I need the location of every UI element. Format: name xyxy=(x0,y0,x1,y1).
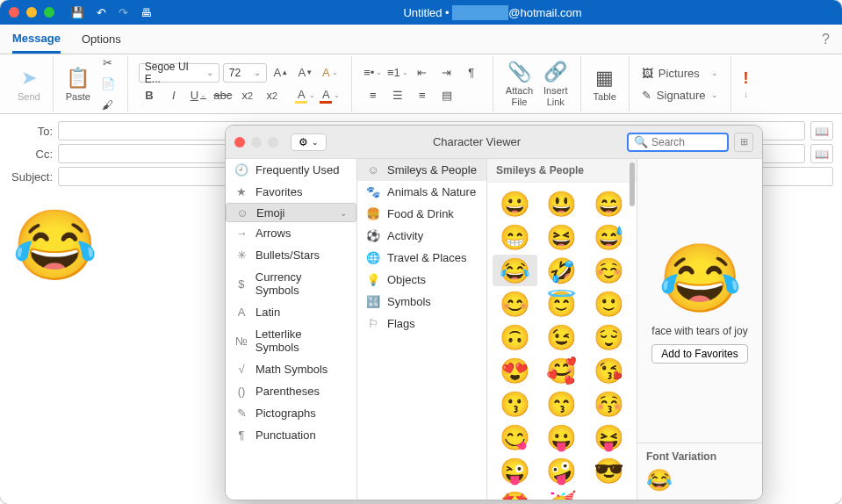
redo-icon[interactable]: ↷ xyxy=(119,6,128,19)
cv-cat2-item[interactable]: ☺Smileys & People xyxy=(357,159,486,181)
cv-search-field[interactable]: 🔍 xyxy=(627,133,729,152)
decrease-indent-button[interactable]: ⇤ xyxy=(412,63,433,83)
cv-cat2-item[interactable]: ⚐Flags xyxy=(357,313,486,335)
emoji-cell[interactable]: 😁 xyxy=(493,221,537,253)
cv-cat2-item[interactable]: 🍔Food & Drink xyxy=(357,203,486,225)
emoji-cell[interactable]: 😝 xyxy=(587,421,631,453)
emoji-cell[interactable]: 😋 xyxy=(493,421,537,453)
emoji-cell[interactable]: 🤩 xyxy=(493,488,537,500)
cv-scrollbar[interactable] xyxy=(630,162,635,206)
minimize-window-button[interactable] xyxy=(26,7,37,18)
address-book-cc-button[interactable]: 📖 xyxy=(810,144,833,163)
bold-button[interactable]: B xyxy=(139,86,160,105)
cv-font-variation-emoji[interactable]: 😂 xyxy=(646,468,753,493)
cv-minimize-button[interactable] xyxy=(251,137,262,148)
tab-message[interactable]: Message xyxy=(12,25,61,54)
address-book-to-button[interactable]: 📖 xyxy=(810,121,833,140)
emoji-cell[interactable]: 😍 xyxy=(493,355,537,386)
underline-button[interactable]: U xyxy=(188,86,209,105)
strikethrough-button[interactable]: abc xyxy=(212,86,234,105)
font-color-button[interactable]: A xyxy=(320,86,341,105)
undo-icon[interactable]: ↶ xyxy=(97,6,106,19)
italic-button[interactable]: I xyxy=(163,86,184,105)
cut-icon[interactable]: ✂ xyxy=(97,54,119,73)
decrease-font-icon[interactable]: A▼ xyxy=(295,63,316,83)
cv-close-button[interactable] xyxy=(234,137,245,148)
emoji-cell[interactable]: 😜 xyxy=(493,455,537,486)
emoji-cell[interactable]: 😎 xyxy=(587,455,631,486)
cv-maximize-button[interactable] xyxy=(268,137,278,148)
pictures-button[interactable]: 🖼Pictures xyxy=(638,64,722,83)
emoji-cell[interactable]: 😙 xyxy=(539,388,584,420)
copy-icon[interactable]: 📄 xyxy=(97,75,119,94)
priority-button[interactable]: ! ↓ xyxy=(738,68,754,101)
paste-button[interactable]: 📋 Paste xyxy=(61,65,96,104)
emoji-cell[interactable]: 😘 xyxy=(587,355,631,386)
cv-cat1-item[interactable]: ¶Punctuation xyxy=(226,424,356,446)
align-center-button[interactable]: ☰ xyxy=(387,86,408,105)
cv-cat1-item[interactable]: ☺Emoji xyxy=(226,203,356,222)
help-icon[interactable]: ? xyxy=(822,32,830,47)
superscript-button[interactable]: x2 xyxy=(262,86,283,105)
cv-cat2-item[interactable]: 🌐Travel & Places xyxy=(357,247,486,269)
emoji-cell[interactable]: 😚 xyxy=(587,388,631,420)
emoji-cell[interactable]: 😗 xyxy=(493,388,537,420)
emoji-cell[interactable]: 😊 xyxy=(493,288,537,320)
close-window-button[interactable] xyxy=(9,7,19,18)
print-icon[interactable]: 🖶 xyxy=(140,6,152,19)
subscript-button[interactable]: x2 xyxy=(237,86,258,105)
emoji-cell[interactable]: 😀 xyxy=(493,188,537,220)
emoji-cell[interactable]: 🥳 xyxy=(539,488,584,500)
cv-settings-button[interactable]: ⚙⌄ xyxy=(291,133,327,151)
cv-cat1-item[interactable]: →Arrows xyxy=(226,222,356,244)
clear-formatting-icon[interactable]: A xyxy=(320,63,341,83)
emoji-cell[interactable]: 😇 xyxy=(539,288,584,320)
emoji-cell[interactable]: 🤪 xyxy=(539,455,584,486)
emoji-cell[interactable]: ☺️ xyxy=(587,255,631,286)
emoji-cell[interactable]: 😅 xyxy=(587,221,631,253)
emoji-cell[interactable]: 🤣 xyxy=(539,255,584,286)
cv-cat1-item[interactable]: ★Favorites xyxy=(226,181,356,203)
align-left-button[interactable]: ≡ xyxy=(363,86,384,105)
emoji-cell[interactable]: 😂 xyxy=(493,255,537,286)
font-family-select[interactable]: Segoe UI E... xyxy=(139,63,219,83)
emoji-cell[interactable]: 😄 xyxy=(587,188,631,220)
format-painter-icon[interactable]: 🖌 xyxy=(97,96,119,115)
emoji-cell[interactable]: 😛 xyxy=(539,421,584,453)
emoji-cell[interactable]: 🙂 xyxy=(587,288,631,320)
tab-options[interactable]: Options xyxy=(82,26,121,52)
highlight-color-button[interactable]: A xyxy=(295,86,316,105)
cv-cat1-item[interactable]: ()Parentheses xyxy=(226,380,356,402)
table-button[interactable]: ▦ Table xyxy=(588,65,622,104)
cv-cat1-item[interactable]: ✎Pictographs xyxy=(226,402,356,424)
cv-cat1-item[interactable]: ALatin xyxy=(226,301,356,323)
cv-cat1-item[interactable]: №Letterlike Symbols xyxy=(226,323,356,358)
font-size-select[interactable]: 72 xyxy=(223,63,267,83)
emoji-cell[interactable]: 😃 xyxy=(539,188,584,220)
cv-cat2-item[interactable]: 🔣Symbols xyxy=(357,291,486,313)
bullets-button[interactable]: ≡• xyxy=(363,63,384,83)
send-button[interactable]: ➤ Send xyxy=(12,65,46,104)
emoji-cell[interactable]: 🙃 xyxy=(493,321,537,353)
signature-button[interactable]: ✎Signature xyxy=(638,86,722,104)
cv-grid-toggle-button[interactable]: ⊞ xyxy=(734,133,753,152)
add-to-favorites-button[interactable]: Add to Favorites xyxy=(651,344,747,364)
cv-cat1-item[interactable]: $Currency Symbols xyxy=(226,266,356,301)
cv-cat2-item[interactable]: ⚽Activity xyxy=(357,225,486,247)
increase-font-icon[interactable]: A▲ xyxy=(270,63,291,83)
cv-cat2-item[interactable]: 🐾Animals & Nature xyxy=(357,181,486,203)
attach-file-button[interactable]: 📎 Attach File xyxy=(500,59,538,108)
emoji-cell[interactable]: 😉 xyxy=(539,321,584,353)
cv-cat1-item[interactable]: ✳Bullets/Stars xyxy=(226,244,356,266)
cv-cat1-item[interactable]: √Math Symbols xyxy=(226,358,356,380)
cv-cat2-item[interactable]: 💡Objects xyxy=(357,269,486,291)
justify-button[interactable]: ▤ xyxy=(436,86,457,105)
align-right-button[interactable]: ≡ xyxy=(412,86,433,105)
emoji-cell[interactable]: 😆 xyxy=(539,221,584,253)
insert-link-button[interactable]: 🔗 Insert Link xyxy=(538,59,573,108)
emoji-cell[interactable]: 😌 xyxy=(587,321,631,353)
show-formatting-button[interactable]: ¶ xyxy=(461,63,482,83)
increase-indent-button[interactable]: ⇥ xyxy=(436,63,457,83)
maximize-window-button[interactable] xyxy=(44,7,54,18)
emoji-cell[interactable]: 🥰 xyxy=(539,355,584,386)
